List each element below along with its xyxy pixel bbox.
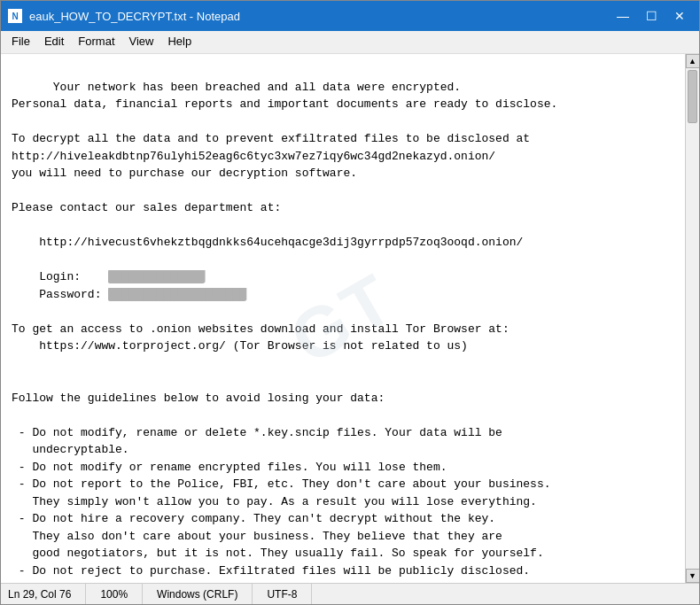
encoding: UTF-8 [253,584,312,604]
window-title: eauk_HOW_TO_DECRYPT.txt - Notepad [29,10,240,23]
vertical-scrollbar[interactable]: ▲ ▼ [685,54,699,583]
maximize-button[interactable]: ☐ [639,6,664,26]
text-editor[interactable]: GTYour network has been breached and all… [1,54,685,583]
menu-help[interactable]: Help [160,33,198,51]
notepad-window: N eauk_HOW_TO_DECRYPT.txt - Notepad — ☐ … [0,0,700,605]
scroll-thumb[interactable] [688,70,697,123]
close-button[interactable]: ✕ [667,6,692,26]
app-icon: N [8,9,22,23]
status-bar: Ln 29, Col 76 100% Windows (CRLF) UTF-8 [1,583,699,604]
scroll-down-arrow[interactable]: ▼ [686,569,700,583]
watermark: GT [270,246,415,391]
menu-view[interactable]: View [122,33,161,51]
scroll-up-arrow[interactable]: ▲ [686,54,700,68]
window-controls: — ☐ ✕ [611,6,692,26]
menu-format[interactable]: Format [71,33,121,51]
minimize-button[interactable]: — [611,6,635,26]
zoom-level: 100% [86,584,143,604]
menu-edit[interactable]: Edit [37,33,71,51]
editor-area: GTYour network has been breached and all… [1,54,699,583]
line-ending: Windows (CRLF) [143,584,253,604]
menu-bar: File Edit Format View Help [1,31,699,54]
password-redacted: ████████████████████ [108,288,246,301]
scroll-track[interactable] [686,68,699,569]
title-bar: N eauk_HOW_TO_DECRYPT.txt - Notepad — ☐ … [1,1,699,31]
title-bar-left: N eauk_HOW_TO_DECRYPT.txt - Notepad [8,9,240,23]
menu-file[interactable]: File [4,33,37,51]
cursor-position: Ln 29, Col 76 [8,584,86,604]
login-redacted: ██████████████ [108,270,205,283]
